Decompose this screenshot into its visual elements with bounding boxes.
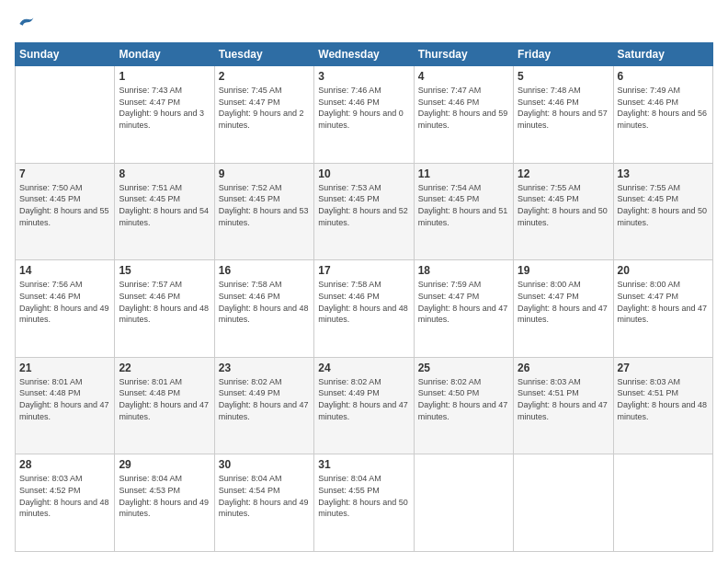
calendar-cell: 8 Sunrise: 7:51 AMSunset: 4:45 PMDayligh… [115,163,214,260]
calendar-cell: 26 Sunrise: 8:03 AMSunset: 4:51 PMDaylig… [514,357,613,454]
day-info: Sunrise: 7:49 AMSunset: 4:46 PMDaylight:… [618,86,708,130]
calendar-cell: 22 Sunrise: 8:01 AMSunset: 4:48 PMDaylig… [115,357,214,454]
day-number: 25 [418,362,509,374]
day-info: Sunrise: 7:51 AMSunset: 4:45 PMDaylight:… [119,183,209,227]
day-number: 3 [318,70,409,83]
day-info: Sunrise: 7:43 AMSunset: 4:47 PMDaylight:… [119,86,204,130]
day-number: 6 [618,70,709,83]
day-number: 19 [518,264,609,277]
day-info: Sunrise: 8:01 AMSunset: 4:48 PMDaylight:… [119,377,209,421]
day-number: 28 [19,458,110,471]
calendar-cell: 24 Sunrise: 8:02 AMSunset: 4:49 PMDaylig… [314,357,414,454]
day-info: Sunrise: 7:47 AMSunset: 4:46 PMDaylight:… [418,86,508,130]
calendar-cell: 10 Sunrise: 7:53 AMSunset: 4:45 PMDaylig… [314,163,414,260]
calendar-cell: 5 Sunrise: 7:48 AMSunset: 4:46 PMDayligh… [514,66,613,164]
calendar-cell: 16 Sunrise: 7:58 AMSunset: 4:46 PMDaylig… [214,260,313,358]
calendar-cell: 15 Sunrise: 7:57 AMSunset: 4:46 PMDaylig… [115,260,214,358]
day-info: Sunrise: 7:54 AMSunset: 4:45 PMDaylight:… [418,183,508,227]
logo-text [15,15,35,33]
day-number: 20 [618,264,709,277]
day-number: 31 [318,458,409,471]
calendar-cell: 9 Sunrise: 7:52 AMSunset: 4:45 PMDayligh… [214,163,313,260]
day-number: 7 [19,167,110,180]
header [15,15,713,33]
day-number: 5 [518,70,609,83]
day-number: 27 [618,362,709,374]
calendar-cell: 11 Sunrise: 7:54 AMSunset: 4:45 PMDaylig… [414,163,513,260]
day-info: Sunrise: 7:58 AMSunset: 4:46 PMDaylight:… [318,280,408,324]
day-number: 12 [518,167,609,180]
calendar-cell: 7 Sunrise: 7:50 AMSunset: 4:45 PMDayligh… [16,163,115,260]
calendar-cell [16,66,115,164]
day-info: Sunrise: 7:53 AMSunset: 4:45 PMDaylight:… [318,183,408,227]
calendar-cell: 27 Sunrise: 8:03 AMSunset: 4:51 PMDaylig… [613,357,712,454]
day-info: Sunrise: 8:00 AMSunset: 4:47 PMDaylight:… [618,280,708,324]
day-info: Sunrise: 8:04 AMSunset: 4:53 PMDaylight:… [119,474,209,518]
logo [15,15,35,33]
day-info: Sunrise: 8:00 AMSunset: 4:47 PMDaylight:… [518,280,608,324]
calendar-cell [613,454,712,552]
calendar-cell: 31 Sunrise: 8:04 AMSunset: 4:55 PMDaylig… [314,454,414,552]
calendar-week-row: 7 Sunrise: 7:50 AMSunset: 4:45 PMDayligh… [16,163,713,260]
day-number: 11 [418,167,509,180]
calendar-cell: 23 Sunrise: 8:02 AMSunset: 4:49 PMDaylig… [214,357,313,454]
calendar-cell: 12 Sunrise: 7:55 AMSunset: 4:45 PMDaylig… [514,163,613,260]
day-number: 8 [119,167,210,180]
day-info: Sunrise: 7:46 AMSunset: 4:46 PMDaylight:… [318,86,404,130]
day-number: 29 [119,458,210,471]
calendar-header-thursday: Thursday [414,43,513,66]
day-info: Sunrise: 7:56 AMSunset: 4:46 PMDaylight:… [19,280,109,324]
day-info: Sunrise: 7:45 AMSunset: 4:47 PMDaylight:… [219,86,304,130]
day-number: 15 [119,264,210,277]
day-number: 26 [518,362,609,374]
calendar-cell: 19 Sunrise: 8:00 AMSunset: 4:47 PMDaylig… [514,260,613,358]
day-number: 9 [219,167,310,180]
calendar-table: SundayMondayTuesdayWednesdayThursdayFrid… [15,42,713,552]
day-number: 22 [119,362,210,374]
calendar-header-sunday: Sunday [16,43,115,66]
calendar-cell: 17 Sunrise: 7:58 AMSunset: 4:46 PMDaylig… [314,260,414,358]
calendar-cell: 13 Sunrise: 7:55 AMSunset: 4:45 PMDaylig… [613,163,712,260]
calendar-cell: 21 Sunrise: 8:01 AMSunset: 4:48 PMDaylig… [16,357,115,454]
calendar-cell: 3 Sunrise: 7:46 AMSunset: 4:46 PMDayligh… [314,66,414,164]
day-number: 17 [318,264,409,277]
day-info: Sunrise: 7:58 AMSunset: 4:46 PMDaylight:… [219,280,309,324]
day-number: 4 [418,70,509,83]
calendar-week-row: 14 Sunrise: 7:56 AMSunset: 4:46 PMDaylig… [16,260,713,358]
calendar-header-tuesday: Tuesday [214,43,313,66]
calendar-header-row: SundayMondayTuesdayWednesdayThursdayFrid… [16,43,713,66]
day-info: Sunrise: 8:01 AMSunset: 4:48 PMDaylight:… [19,377,109,421]
calendar-cell: 28 Sunrise: 8:03 AMSunset: 4:52 PMDaylig… [16,454,115,552]
day-number: 23 [219,362,310,374]
calendar-cell: 30 Sunrise: 8:04 AMSunset: 4:54 PMDaylig… [214,454,313,552]
day-info: Sunrise: 7:59 AMSunset: 4:47 PMDaylight:… [418,280,508,324]
calendar-cell: 14 Sunrise: 7:56 AMSunset: 4:46 PMDaylig… [16,260,115,358]
day-number: 2 [219,70,310,83]
day-info: Sunrise: 8:02 AMSunset: 4:50 PMDaylight:… [418,377,508,421]
calendar-header-saturday: Saturday [613,43,712,66]
calendar-header-monday: Monday [115,43,214,66]
calendar-cell: 20 Sunrise: 8:00 AMSunset: 4:47 PMDaylig… [613,260,712,358]
day-info: Sunrise: 7:57 AMSunset: 4:46 PMDaylight:… [119,280,209,324]
day-info: Sunrise: 7:55 AMSunset: 4:45 PMDaylight:… [618,183,708,227]
calendar-week-row: 21 Sunrise: 8:01 AMSunset: 4:48 PMDaylig… [16,357,713,454]
calendar-cell: 29 Sunrise: 8:04 AMSunset: 4:53 PMDaylig… [115,454,214,552]
day-info: Sunrise: 8:02 AMSunset: 4:49 PMDaylight:… [318,377,408,421]
day-info: Sunrise: 8:03 AMSunset: 4:51 PMDaylight:… [618,377,708,421]
day-number: 30 [219,458,310,471]
day-number: 24 [318,362,409,374]
calendar-cell: 6 Sunrise: 7:49 AMSunset: 4:46 PMDayligh… [613,66,712,164]
calendar-cell: 2 Sunrise: 7:45 AMSunset: 4:47 PMDayligh… [214,66,313,164]
day-info: Sunrise: 8:04 AMSunset: 4:54 PMDaylight:… [219,474,309,518]
calendar-header-wednesday: Wednesday [314,43,414,66]
logo-bird-icon [17,15,35,33]
day-info: Sunrise: 8:02 AMSunset: 4:49 PMDaylight:… [219,377,309,421]
calendar-cell: 1 Sunrise: 7:43 AMSunset: 4:47 PMDayligh… [115,66,214,164]
day-info: Sunrise: 8:03 AMSunset: 4:51 PMDaylight:… [518,377,608,421]
calendar-cell: 18 Sunrise: 7:59 AMSunset: 4:47 PMDaylig… [414,260,513,358]
day-info: Sunrise: 8:04 AMSunset: 4:55 PMDaylight:… [318,474,408,518]
page-container: SundayMondayTuesdayWednesdayThursdayFrid… [0,0,728,563]
day-number: 21 [19,362,110,374]
day-info: Sunrise: 7:52 AMSunset: 4:45 PMDaylight:… [219,183,309,227]
calendar-header-friday: Friday [514,43,613,66]
